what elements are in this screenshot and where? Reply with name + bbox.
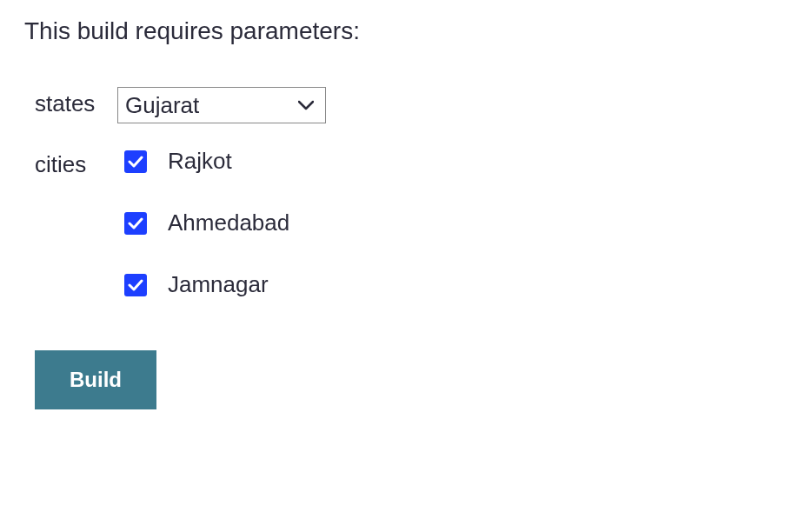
cities-label: cities bbox=[35, 148, 117, 178]
city-checkbox-row: Rajkot bbox=[124, 148, 289, 175]
states-label: states bbox=[35, 87, 117, 117]
city-checkbox-jamnagar[interactable] bbox=[124, 274, 147, 296]
states-select[interactable]: Gujarat bbox=[117, 87, 326, 123]
check-icon bbox=[128, 156, 143, 168]
cities-checkbox-list: Rajkot Ahmedabad Jamnagar bbox=[117, 148, 289, 298]
states-parameter-row: states Gujarat bbox=[35, 87, 767, 123]
city-label: Rajkot bbox=[168, 148, 232, 175]
states-select-wrap: Gujarat bbox=[117, 87, 326, 123]
page-heading: This build requires parameters: bbox=[24, 17, 767, 45]
cities-parameter-row: cities Rajkot Ahmedabad Jamnagar bbox=[35, 148, 767, 298]
city-checkbox-ahmedabad[interactable] bbox=[124, 212, 147, 235]
city-label: Ahmedabad bbox=[168, 209, 289, 236]
build-button[interactable]: Build bbox=[35, 350, 156, 409]
city-label: Jamnagar bbox=[168, 271, 269, 298]
city-checkbox-rajkot[interactable] bbox=[124, 150, 147, 173]
check-icon bbox=[128, 279, 143, 291]
check-icon bbox=[128, 217, 143, 229]
city-checkbox-row: Jamnagar bbox=[124, 271, 289, 298]
city-checkbox-row: Ahmedabad bbox=[124, 209, 289, 236]
